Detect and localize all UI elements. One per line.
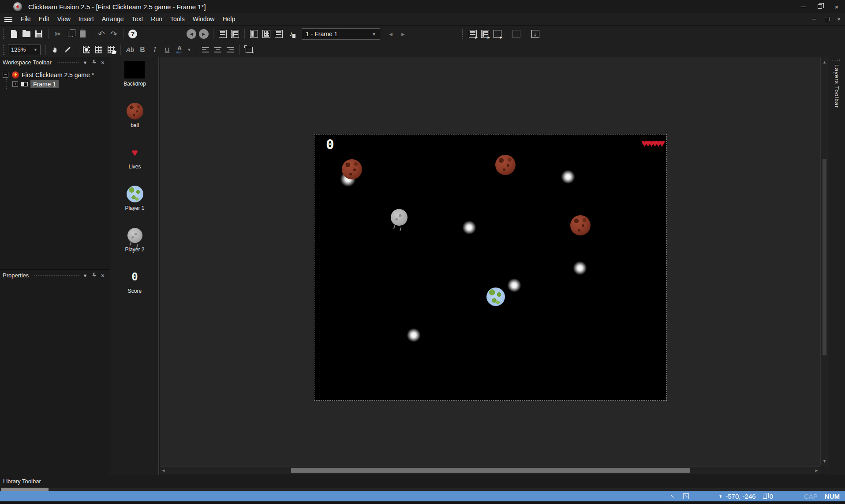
child-close-button[interactable]: ×: [833, 13, 845, 25]
panel-close-button[interactable]: ×: [98, 272, 107, 279]
shelf-item-ball[interactable]: ball: [127, 101, 143, 128]
navigate-forward-button[interactable]: ►: [198, 28, 210, 40]
storyboard-editor-button[interactable]: [217, 28, 229, 40]
horizontal-scrollbar[interactable]: ◄ ►: [160, 466, 820, 474]
frame-name[interactable]: Frame 1: [30, 80, 59, 88]
menu-text[interactable]: Text: [128, 13, 147, 25]
collapse-icon[interactable]: −: [3, 72, 8, 78]
font-color-dropdown[interactable]: ▼: [186, 44, 193, 56]
align-center-button[interactable]: [212, 44, 224, 56]
new-button[interactable]: [8, 28, 20, 40]
menu-file[interactable]: File: [17, 13, 35, 25]
help-button[interactable]: ?: [127, 28, 139, 40]
font-color-button[interactable]: A: [173, 44, 186, 56]
child-restore-button[interactable]: [820, 13, 833, 25]
menu-view[interactable]: View: [53, 13, 75, 25]
sprite-star[interactable]: [406, 327, 422, 343]
frame-editor-button[interactable]: [229, 28, 241, 40]
pan-tool-button[interactable]: [49, 44, 61, 56]
menu-help[interactable]: Help: [218, 13, 239, 25]
sprite-ball[interactable]: [570, 215, 591, 235]
panel-drag-grip[interactable]: [832, 59, 841, 62]
panel-menu-button[interactable]: ▼: [81, 273, 90, 278]
sprite-star[interactable]: [572, 260, 588, 276]
menu-run[interactable]: Run: [147, 13, 166, 25]
toolbar-grip[interactable]: [461, 29, 464, 39]
minimize-button[interactable]: [795, 0, 811, 13]
scroll-up-icon[interactable]: ▲: [821, 58, 828, 66]
application-name[interactable]: First Clickteam 2.5 game *: [22, 71, 94, 78]
redo-button[interactable]: ↷: [108, 28, 120, 40]
frame-selector-dropdown[interactable]: 1 - Frame 1 ▼: [302, 28, 380, 40]
scroll-left-icon[interactable]: ◄: [160, 467, 167, 474]
panel-drag-grip[interactable]: [57, 61, 79, 64]
stop-button[interactable]: [510, 28, 523, 40]
edit-tool-button[interactable]: [61, 44, 74, 56]
restore-button[interactable]: [811, 0, 828, 13]
run-application-button[interactable]: [467, 28, 479, 40]
save-button[interactable]: [33, 28, 45, 40]
menu-insert[interactable]: Insert: [75, 13, 98, 25]
undo-button[interactable]: ↶: [95, 28, 108, 40]
open-button[interactable]: [20, 28, 33, 40]
shelf-item-player2[interactable]: Player 2: [125, 226, 144, 253]
panel-pin-button[interactable]: [90, 60, 98, 66]
italic-button[interactable]: I: [149, 44, 161, 56]
toolbar-grip[interactable]: [3, 45, 5, 55]
paste-button[interactable]: [76, 28, 89, 40]
tree-item-frame[interactable]: + Frame 1: [3, 79, 110, 89]
copy-button[interactable]: [64, 28, 76, 40]
sprite-star[interactable]: [506, 277, 522, 293]
shelf-item-player1[interactable]: Player 1: [125, 184, 144, 211]
scroll-right-icon[interactable]: ►: [813, 467, 820, 474]
menu-edit[interactable]: Edit: [35, 13, 53, 25]
score-counter[interactable]: 0: [326, 136, 334, 152]
expand-icon[interactable]: +: [12, 81, 18, 87]
data-elements-button[interactable]: ♪: [285, 28, 297, 40]
grid-snap-button[interactable]: [105, 44, 117, 56]
horizontal-scroll-thumb[interactable]: [291, 468, 690, 473]
zoom-dropdown[interactable]: 125% ▼: [8, 45, 41, 55]
menu-tools[interactable]: Tools: [166, 13, 189, 25]
panel-drag-grip[interactable]: [34, 274, 79, 277]
menu-arrange[interactable]: Arrange: [98, 13, 128, 25]
build-run-button[interactable]: [529, 28, 542, 40]
next-frame-button[interactable]: ►: [397, 28, 409, 40]
panel-pin-button[interactable]: [90, 273, 98, 279]
align-left-button[interactable]: [199, 44, 212, 56]
run-frame-button[interactable]: [479, 28, 491, 40]
sprite-player1[interactable]: [486, 287, 505, 306]
library-scroll-thumb[interactable]: [1, 488, 49, 491]
navigate-back-button[interactable]: ◄: [185, 28, 198, 40]
cut-button[interactable]: ✂: [52, 28, 64, 40]
tree-item-application[interactable]: − First Clickteam 2.5 game *: [3, 70, 110, 79]
bold-button[interactable]: B: [136, 44, 149, 56]
font-button[interactable]: Ab: [124, 44, 136, 56]
sprite-star[interactable]: [560, 169, 576, 185]
game-frame[interactable]: 0 ♥♥♥♥♥♥: [314, 134, 667, 401]
layers-toolbar[interactable]: Layers Toolbar: [828, 57, 845, 475]
panel-close-button[interactable]: ×: [98, 59, 107, 66]
run-stopped-button[interactable]: [491, 28, 504, 40]
shelf-item-lives[interactable]: ♥ Lives: [128, 143, 141, 170]
scroll-down-icon[interactable]: ▼: [821, 457, 828, 465]
vertical-scrollbar[interactable]: ▲ ▼: [820, 57, 828, 466]
splitter-button[interactable]: [248, 28, 260, 40]
grid-setup-button[interactable]: [80, 44, 93, 56]
vertical-scroll-thumb[interactable]: [823, 159, 826, 355]
child-window-menu-icon[interactable]: [4, 17, 12, 22]
lives-counter[interactable]: ♥♥♥♥♥♥: [641, 138, 665, 148]
fit-frame-button[interactable]: [243, 44, 255, 56]
grid-show-button[interactable]: [93, 44, 105, 56]
shelf-item-backdrop[interactable]: Backdrop: [123, 60, 146, 87]
child-minimize-button[interactable]: [808, 13, 820, 25]
menu-window[interactable]: Window: [189, 13, 219, 25]
underline-button[interactable]: U: [161, 44, 173, 56]
toolbar-grip[interactable]: [3, 29, 5, 39]
previous-frame-button[interactable]: ◄: [385, 28, 397, 40]
sprite-ball[interactable]: [342, 159, 362, 179]
sprite-player2[interactable]: [391, 209, 408, 226]
panel-menu-button[interactable]: ▼: [81, 60, 90, 65]
event-list-editor-button[interactable]: [273, 28, 285, 40]
sprite-star[interactable]: [461, 220, 477, 235]
